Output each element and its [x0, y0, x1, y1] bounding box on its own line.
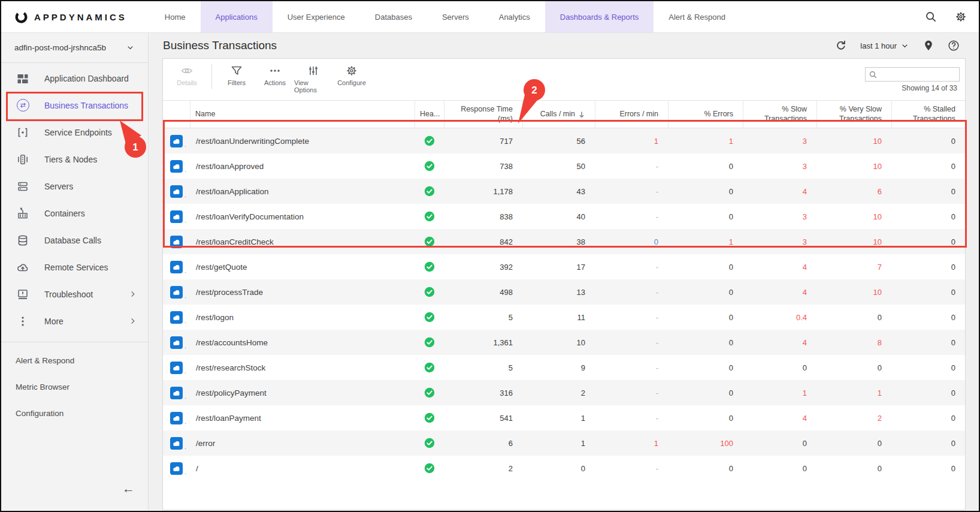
toolbar-button-label: Actions: [264, 79, 286, 86]
table-row[interactable]: ./rest/loanUnderwritingComplete717561131…: [163, 128, 965, 153]
table-row[interactable]: ./rest/processTrade49813-04100: [163, 279, 965, 305]
details-button[interactable]: Details: [168, 64, 206, 86]
transaction-name[interactable]: /rest/loanApproved: [190, 162, 415, 171]
sidebar-collapse-arrow-icon[interactable]: ←: [122, 481, 135, 496]
time-range-label: last 1 hour: [860, 41, 897, 50]
transaction-name[interactable]: /rest/processTrade: [190, 288, 415, 297]
sidebar-item-remote-services[interactable]: Remote Services: [1, 254, 148, 281]
column-header-very-slow-transactions[interactable]: % Very Slow Transactions: [816, 101, 891, 128]
cloud-icon: [170, 412, 183, 424]
configure-button[interactable]: Configure: [332, 64, 371, 86]
column-header-calls-min[interactable]: Calls / min: [522, 101, 595, 128]
nav-tab-servers[interactable]: Servers: [427, 1, 484, 32]
sidebar-item-business-transactions[interactable]: ⇄Business Transactions: [1, 92, 148, 119]
appdynamics-logo[interactable]: APPDYNAMICS: [1, 1, 150, 32]
application-selector[interactable]: adfin-post-mod-jrshnca5b: [1, 33, 148, 63]
actions-button[interactable]: Actions: [256, 64, 294, 86]
metric-value: 392: [444, 263, 522, 272]
transaction-name[interactable]: /rest/loanVerifyDocumentation: [190, 212, 415, 221]
table-row[interactable]: ./rest/policyPayment3162-0110: [163, 380, 965, 405]
column-header-response-time-ms[interactable]: Response Time (ms): [444, 101, 522, 128]
transaction-name[interactable]: /rest/accountsHome: [190, 338, 415, 347]
metric-value: 717: [444, 137, 522, 146]
sidebar-item-containers[interactable]: Containers: [1, 200, 148, 227]
transaction-type-cell: .: [163, 210, 190, 223]
column-header-stalled-transactions[interactable]: % Stalled Transactions: [891, 101, 965, 128]
nav-tab-dashboards-reports[interactable]: Dashboards & Reports: [545, 1, 654, 32]
nav-tab-databases[interactable]: Databases: [360, 1, 427, 32]
sidebar-item-label: Business Transactions: [44, 101, 128, 110]
table-search-box[interactable]: [865, 67, 960, 82]
table-search-input[interactable]: [878, 70, 956, 79]
nav-tab-alert-respond[interactable]: Alert & Respond: [654, 1, 740, 32]
health-status-icon: [415, 463, 444, 474]
metric-value: 1: [595, 439, 668, 448]
transaction-name[interactable]: /rest/loanUnderwritingComplete: [190, 137, 415, 146]
sidebar-item-application-dashboard[interactable]: Application Dashboard: [1, 65, 148, 92]
sort-down-icon: [578, 111, 585, 118]
metric-value: 738: [444, 162, 522, 171]
table-row[interactable]: ./rest/loanCreditCheck84238013100: [163, 229, 965, 254]
metric-value: 10: [816, 288, 891, 297]
nav-tab-analytics[interactable]: Analytics: [484, 1, 545, 32]
column-header-errors-min[interactable]: Errors / min: [595, 101, 668, 128]
nav-tab-applications[interactable]: Applications: [201, 1, 273, 32]
metric-value: 4: [743, 338, 816, 347]
transaction-name[interactable]: /rest/policyPayment: [190, 388, 415, 397]
table-row[interactable]: ./rest/accountsHome1,36110-0480: [163, 330, 965, 355]
table-row[interactable]: ./error611100000: [163, 430, 965, 456]
sidebar-footer-item-metric-browser[interactable]: Metric Browser: [1, 374, 148, 400]
transaction-name[interactable]: /rest/loanApplication: [190, 187, 415, 196]
transaction-name[interactable]: /rest/loanPayment: [190, 414, 415, 423]
column-header-hea[interactable]: Hea...: [415, 101, 444, 128]
filters-button[interactable]: Filters: [217, 64, 256, 86]
location-pin-icon[interactable]: [922, 40, 934, 52]
column-header-errors[interactable]: % Errors: [668, 101, 743, 128]
help-icon[interactable]: [948, 40, 960, 52]
nav-tab-user-experience[interactable]: User Experience: [273, 1, 360, 32]
sidebar-footer-items: Alert & RespondMetric BrowserConfigurati…: [1, 347, 148, 426]
metric-value: 5: [444, 363, 522, 372]
metric-value: 8: [816, 338, 891, 347]
sidebar-item-service-endpoints[interactable]: Service Endpoints: [1, 119, 148, 146]
transaction-name[interactable]: /rest/loanCreditCheck: [190, 237, 415, 246]
time-range-selector[interactable]: last 1 hour: [860, 41, 909, 50]
chevron-down-icon: [900, 41, 909, 50]
column-header-type-icon: [163, 101, 190, 128]
sidebar-item-label: Tiers & Nodes: [44, 155, 97, 164]
table-row[interactable]: ./rest/logon511-00.400: [163, 305, 965, 330]
table-row[interactable]: ./rest/loanPayment5411-0420: [163, 405, 965, 430]
sidebar-footer-item-configuration[interactable]: Configuration: [1, 400, 148, 426]
transaction-name[interactable]: /error: [190, 439, 415, 448]
table-row[interactable]: ./20-0000: [163, 456, 965, 481]
table-row[interactable]: ./rest/researchStock59-0000: [163, 355, 965, 380]
sidebar-item-more[interactable]: More: [1, 308, 148, 335]
table-row[interactable]: ./rest/loanApplication1,17843-0460: [163, 179, 965, 204]
transaction-name[interactable]: /rest/getQuote: [190, 263, 415, 272]
sidebar-item-tiers-nodes[interactable]: Tiers & Nodes: [1, 146, 148, 173]
transaction-name[interactable]: /rest/logon: [190, 313, 415, 322]
sidebar-item-troubleshoot[interactable]: Troubleshoot: [1, 281, 148, 308]
sidebar-footer-item-alert-respond[interactable]: Alert & Respond: [1, 347, 148, 374]
metric-value: 10: [816, 162, 891, 171]
table-row[interactable]: ./rest/loanApproved73850-03100: [163, 153, 965, 179]
column-header-slow-transactions[interactable]: % Slow Transactions: [743, 101, 816, 128]
metric-value: -: [595, 363, 668, 372]
view-options-button[interactable]: View Options: [294, 64, 332, 94]
nav-tab-home[interactable]: Home: [150, 1, 201, 32]
sidebar-item-servers[interactable]: Servers: [1, 173, 148, 200]
column-header-name[interactable]: Name: [190, 101, 415, 128]
settings-gear-icon[interactable]: [955, 11, 967, 23]
transaction-name[interactable]: /rest/researchStock: [190, 363, 415, 372]
toolbar: DetailsFiltersActionsView OptionsConfigu…: [163, 59, 965, 101]
transaction-name[interactable]: /: [190, 464, 415, 473]
table-row[interactable]: ./rest/loanVerifyDocumentation83840-0310…: [163, 204, 965, 229]
search-icon[interactable]: [925, 11, 937, 23]
remote-services-icon: [16, 261, 30, 273]
table-row[interactable]: ./rest/getQuote39217-0470: [163, 254, 965, 279]
refresh-icon[interactable]: [835, 40, 847, 52]
metric-value: 50: [522, 162, 595, 171]
sidebar-divider: [1, 342, 148, 342]
transaction-type-cell: .: [163, 362, 190, 374]
sidebar-item-database-calls[interactable]: Database Calls: [1, 227, 148, 254]
